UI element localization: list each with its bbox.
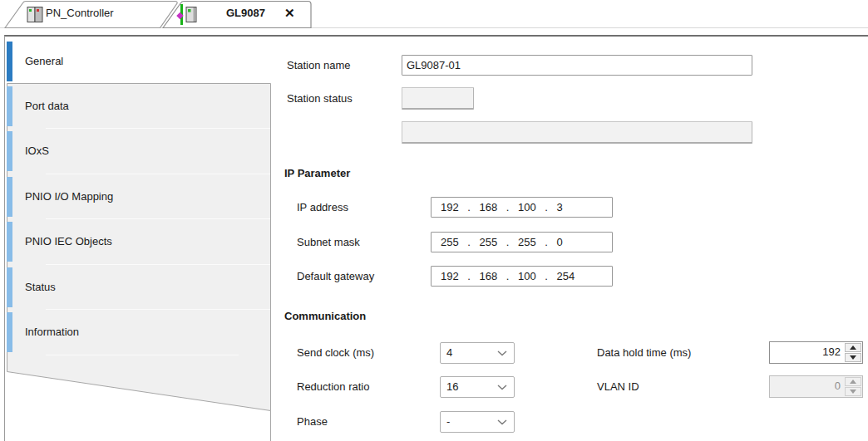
vlan-id-spinner: 0 <box>769 375 863 398</box>
spinner-value: 0 <box>835 376 841 396</box>
subnet-mask-input[interactable] <box>431 232 613 252</box>
sidebar-item-ioxs[interactable]: IOxS <box>7 129 270 174</box>
spinner-buttons <box>845 343 861 362</box>
station-status-message <box>402 121 752 144</box>
station-status-indicator <box>402 87 474 110</box>
selection-strip <box>7 312 12 352</box>
divider <box>46 309 270 310</box>
default-gateway-label: Default gateway <box>297 266 374 287</box>
phase-label: Phase <box>297 411 328 432</box>
send-clock-dropdown[interactable]: 4 <box>440 342 515 364</box>
sidebar-item-label: Port data <box>25 84 69 129</box>
sidebar-item-label: IOxS <box>25 129 49 174</box>
data-hold-time-label: Data hold time (ms) <box>597 342 691 363</box>
triangle-up-icon <box>850 345 856 350</box>
sidebar-item-label: Information <box>25 310 79 355</box>
vlan-id-label: VLAN ID <box>597 376 639 397</box>
chevron-down-icon <box>497 419 507 425</box>
send-clock-label: Send clock (ms) <box>297 342 374 363</box>
divider <box>46 218 270 219</box>
sidebar-item-label: General <box>25 39 63 84</box>
subnet-mask-label: Subnet mask <box>297 232 360 252</box>
spinner-buttons <box>845 377 861 396</box>
station-name-label: Station name <box>287 55 351 76</box>
selection-strip <box>7 222 12 262</box>
station-status-label: Station status <box>287 88 353 109</box>
communication-title: Communication <box>284 308 366 325</box>
phase-dropdown[interactable]: - <box>440 411 515 433</box>
chevron-down-icon <box>497 350 507 356</box>
dropdown-value: 4 <box>446 343 452 363</box>
dropdown-value: - <box>446 412 450 432</box>
divider <box>46 174 270 174</box>
selection-strip <box>7 42 12 81</box>
device-icon <box>27 4 45 24</box>
reduction-ratio-label: Reduction ratio <box>297 376 369 397</box>
spinner-value: 192 <box>822 342 841 362</box>
spin-down-button[interactable] <box>845 353 861 362</box>
spin-down-button <box>845 387 861 396</box>
selection-strip <box>7 267 12 307</box>
divider <box>46 264 270 265</box>
connected-device-icon <box>175 2 203 26</box>
dropdown-value: 16 <box>446 377 458 397</box>
divider <box>46 355 239 355</box>
sidebar-item-label: PNIO IEC Objects <box>25 219 112 264</box>
tab-pn-controller[interactable]: PN_Controller <box>5 0 163 27</box>
reduction-ratio-dropdown[interactable]: 16 <box>440 376 515 398</box>
tab-label: GL9087 <box>226 0 265 26</box>
sidebar-item-pnio-iec-objects[interactable]: PNIO IEC Objects <box>7 219 270 264</box>
selection-strip <box>7 86 12 126</box>
sidebar-item-pnio-io-mapping[interactable]: PNIO I/O Mapping <box>7 174 270 219</box>
chevron-down-icon <box>497 385 507 390</box>
tab-gl9087[interactable]: GL9087 ✕ <box>163 0 311 27</box>
device-editor-window: PN_Controller GL9087 ✕ General Port data… <box>0 0 868 441</box>
sidebar-item-general[interactable]: General <box>7 39 270 84</box>
triangle-down-icon <box>850 355 856 360</box>
sidebar-item-label: Status <box>25 265 56 310</box>
triangle-down-icon <box>850 390 856 394</box>
sidebar-item-status[interactable]: Status <box>7 265 270 310</box>
sidebar-item-port-data[interactable]: Port data <box>7 84 270 129</box>
ip-address-input[interactable] <box>431 197 613 218</box>
close-icon[interactable]: ✕ <box>284 0 295 26</box>
divider <box>46 128 270 129</box>
sidebar-item-label: PNIO I/O Mapping <box>25 174 113 219</box>
tab-label: PN_Controller <box>46 0 114 26</box>
data-hold-time-spinner[interactable]: 192 <box>769 341 863 364</box>
sidebar-item-information[interactable]: Information <box>7 310 270 355</box>
ip-parameter-title: IP Parameter <box>284 165 350 182</box>
triangle-up-icon <box>850 380 856 384</box>
spin-up-button <box>845 377 861 386</box>
selection-strip <box>7 131 12 171</box>
selection-strip <box>7 177 12 217</box>
station-name-input[interactable] <box>402 55 752 76</box>
spin-up-button[interactable] <box>845 343 861 352</box>
default-gateway-input[interactable] <box>431 266 613 287</box>
ip-address-label: IP address <box>297 197 348 218</box>
